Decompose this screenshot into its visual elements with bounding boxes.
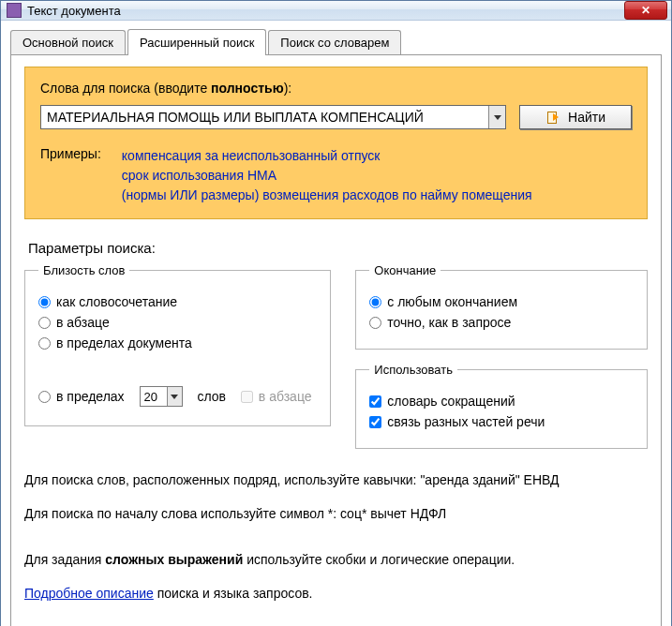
radio-within-row: в пределах слов в абзаце — [38, 386, 317, 407]
tab-advanced-search[interactable]: Расширенный поиск — [127, 29, 266, 55]
radio-exact-ending[interactable]: точно, как в запросе — [369, 315, 634, 330]
titlebar: Текст документа ✕ — [1, 1, 671, 21]
check-parts-of-speech-input[interactable] — [369, 416, 381, 428]
check-abbr-dict-input[interactable] — [369, 395, 381, 408]
radio-any-ending[interactable]: с любым окончанием — [369, 294, 634, 309]
close-icon: ✕ — [641, 4, 650, 17]
tab-strip: Основной поиск Расширенный поиск Поиск с… — [10, 28, 662, 55]
examples-block: Примеры: компенсация за неиспользованный… — [40, 146, 632, 205]
search-combo[interactable] — [40, 105, 506, 129]
group-ending-legend: Окончание — [369, 263, 441, 277]
group-use-legend: Использовать — [369, 363, 457, 377]
params-row: Близость слов как словосочетание в абзац… — [24, 263, 648, 449]
help-line-link: Подробное описание поиска и языка запрос… — [24, 585, 648, 604]
tab-panel-advanced: Слова для поиска (вводите полностью): На… — [10, 55, 662, 626]
within-in-paragraph-label: в абзаце — [259, 389, 312, 404]
help-line-asterisk: Для поиска по началу слова используйте с… — [24, 505, 648, 524]
examples-list: компенсация за неиспользованный отпуск с… — [122, 146, 532, 205]
tab-dictionary-search[interactable]: Поиск со словарем — [268, 30, 401, 54]
radio-any-ending-input[interactable] — [369, 296, 381, 308]
params-col-right: Окончание с любым окончанием точно, как … — [355, 263, 648, 449]
radio-exact-ending-input[interactable] — [369, 317, 381, 329]
params-col-left: Близость слов как словосочетание в абзац… — [24, 263, 331, 426]
check-parts-of-speech[interactable]: связь разных частей речи — [369, 414, 634, 429]
find-button[interactable]: Найти — [519, 105, 632, 129]
find-icon — [545, 111, 559, 124]
radio-phrase[interactable]: как словосочетание — [38, 294, 317, 309]
help-line-quotes: Для поиска слов, расположенных подряд, и… — [24, 471, 648, 490]
check-abbr-dict[interactable]: словарь сокращений — [369, 394, 634, 409]
group-use: Использовать словарь сокращений связь ра… — [355, 363, 648, 449]
search-panel: Слова для поиска (вводите полностью): На… — [24, 67, 648, 219]
find-button-label: Найти — [568, 110, 605, 125]
search-dropdown-button[interactable] — [488, 106, 505, 128]
tab-basic-search[interactable]: Основной поиск — [10, 30, 126, 54]
search-input[interactable] — [41, 106, 488, 128]
params-heading: Параметры поиска: — [28, 240, 648, 256]
dialog-window: Текст документа ✕ Основной поиск Расшире… — [0, 0, 672, 626]
search-label: Слова для поиска (вводите полностью): — [40, 81, 632, 96]
radio-paragraph-input[interactable] — [38, 317, 51, 329]
example-item: компенсация за неиспользованный отпуск — [122, 146, 532, 166]
within-in-paragraph-checkbox — [241, 391, 253, 403]
within-value-input[interactable] — [141, 387, 167, 406]
radio-within-input[interactable] — [38, 391, 51, 403]
radio-within-label: в пределах — [56, 389, 125, 404]
app-icon — [7, 3, 22, 18]
window-title: Текст документа — [27, 4, 624, 18]
within-spinner[interactable] — [140, 386, 183, 407]
radio-paragraph[interactable]: в абзаце — [38, 315, 317, 330]
group-proximity: Близость слов как словосочетание в абзац… — [24, 263, 331, 426]
search-row: Найти — [40, 105, 632, 129]
example-item: (нормы ИЛИ размеры) возмещения расходов … — [122, 186, 532, 205]
help-block: Для поиска слов, расположенных подряд, и… — [24, 471, 648, 603]
examples-label: Примеры: — [40, 146, 101, 205]
chevron-down-icon — [494, 115, 501, 120]
within-dropdown-button[interactable] — [167, 387, 182, 406]
example-item: срок использования НМА — [122, 166, 532, 186]
chevron-down-icon — [171, 395, 178, 399]
group-proximity-legend: Близость слов — [38, 263, 129, 277]
help-line-complex: Для задания сложных выражений используйт… — [24, 551, 648, 570]
close-button[interactable]: ✕ — [624, 1, 667, 20]
within-unit-label: слов — [197, 389, 226, 404]
detailed-description-link[interactable]: Подробное описание — [24, 586, 154, 601]
radio-document[interactable]: в пределах документа — [38, 335, 317, 350]
client-area: Основной поиск Расширенный поиск Поиск с… — [1, 21, 671, 626]
radio-phrase-input[interactable] — [38, 296, 51, 308]
group-ending: Окончание с любым окончанием точно, как … — [355, 263, 648, 350]
radio-document-input[interactable] — [38, 337, 51, 350]
